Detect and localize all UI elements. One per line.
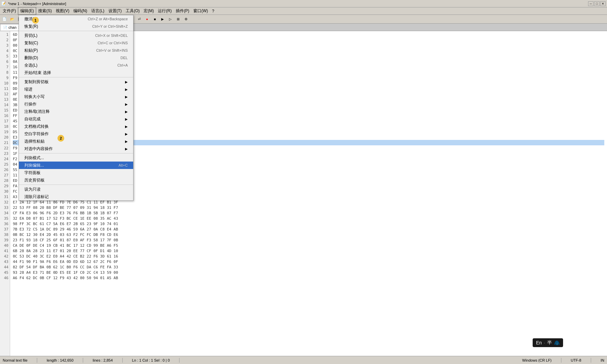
line-number: 37 [0, 226, 10, 232]
menu-item-22[interactable]: 列块编辑...Alt+C [19, 162, 133, 169]
menu-item-21[interactable]: 列块模式... [19, 154, 133, 162]
line-numbers: 1234567891011121314151617181920212223242… [0, 31, 10, 356]
line-number: 6 [0, 59, 10, 64]
line-number: 5 [0, 53, 10, 59]
code-line: 93 28 A4 E3 71 BE 0D E5 EE 1F C0 2C C4 1… [13, 270, 604, 275]
line-number: 11 [0, 86, 10, 91]
tab-icon: 📄 [3, 26, 7, 29]
menu-item-12[interactable]: 转换大小写▶ [19, 93, 133, 100]
menu-encoding[interactable]: 编码(N) [71, 7, 89, 15]
menu-item-18[interactable]: 选择性粘贴▶ [19, 138, 133, 145]
line-number: 26 [0, 167, 10, 172]
ime-indicator[interactable]: En · 半 🧥 [533, 338, 563, 347]
statusbar: Normal text file length : 142,650 lines … [0, 356, 607, 364]
code-line: 44 F1 90 F1 9A F6 E6 EA 0D ED 6D 12 67 2… [13, 259, 604, 264]
status-position: Ln : 1 Col : 1 Sel : 0 | 0 [132, 358, 170, 362]
toolbar-new[interactable]: 📄 [1, 16, 8, 23]
line-number: 16 [0, 113, 10, 118]
toolbar-macro-stop[interactable]: ■ [151, 16, 159, 23]
status-lines: lines : 2,854 [93, 358, 113, 362]
menu-separator [19, 77, 133, 77]
line-number: 42 [0, 253, 10, 259]
toolbar-macro-run[interactable]: ▷ [167, 16, 174, 23]
menu-item-5[interactable]: 粘贴(P)Ctrl+V or Shift+INS [19, 47, 133, 54]
toolbar-macro-play[interactable]: ▶ [159, 16, 166, 23]
line-number: 43 [0, 259, 10, 264]
menu-item-15[interactable]: 自动完成▶ [19, 115, 133, 123]
code-line: 32 EA D8 07 B1 17 52 F3 BC CE 1E EE 08 3… [13, 216, 604, 221]
line-number: 30 [0, 189, 10, 194]
menu-item-label: 全选(L) [24, 63, 111, 68]
menu-item-label: 缩进 [24, 87, 122, 92]
menu-item-arrow: ▶ [125, 88, 128, 91]
menu-item-shortcut: Alt+C [119, 163, 128, 167]
line-number: 39 [0, 237, 10, 243]
status-sep5 [561, 358, 561, 363]
menu-file[interactable]: 文件(F) [1, 7, 18, 15]
line-number: 8 [0, 70, 10, 75]
menu-macro[interactable]: 宏(M) [142, 7, 156, 15]
menu-edit[interactable]: 编辑(E) [18, 7, 36, 15]
toolbar-wrap[interactable]: ⏎ [136, 16, 143, 23]
menu-help[interactable]: ? [210, 8, 216, 14]
line-number: 12 [0, 91, 10, 97]
menu-language[interactable]: 语言(L) [89, 7, 106, 15]
menu-item-6[interactable]: 删除(D)DEL [19, 54, 133, 62]
menu-item-label: 粘贴(P) [24, 48, 89, 53]
menu-item-8[interactable]: 开始/结束 选择 [19, 69, 133, 76]
menu-item-10[interactable]: 复制到剪切板▶ [19, 78, 133, 86]
line-number: 25 [0, 162, 10, 167]
menu-item-24[interactable]: 历史剪切板 [19, 176, 133, 184]
line-number: 4 [0, 48, 10, 53]
menu-item-3[interactable]: 剪切(L)Ctrl+X or Shift+DEL [19, 32, 133, 39]
menu-item-label: 复制到剪切板 [24, 79, 122, 85]
line-number: 13 [0, 97, 10, 102]
menu-plugins[interactable]: 插件(P) [174, 7, 191, 15]
menu-item-7[interactable]: 全选(L)Ctrl+A [19, 62, 133, 69]
menu-item-26[interactable]: 设为只读 [19, 186, 133, 193]
ime-half: 半 [547, 340, 552, 346]
status-sep3 [122, 358, 123, 363]
menu-item-arrow: ▶ [125, 147, 128, 151]
menu-item-14[interactable]: 注释/取消注释▶ [19, 108, 133, 115]
menu-item-arrow: ▶ [125, 110, 128, 114]
toolbar-open[interactable]: 📂 [8, 16, 16, 23]
menu-item-4[interactable]: 复制(C)Ctrl+C or Ctrl+INS [19, 39, 133, 47]
menu-item-16[interactable]: 文档格式转换▶ [19, 123, 133, 130]
menu-item-arrow: ▶ [125, 80, 128, 84]
edit-dropdown-menu: 撤消(U)Ctrl+Z or Alt+Backspace恢复(R)Ctrl+Y … [19, 15, 133, 201]
menu-search[interactable]: 搜索(S) [36, 7, 54, 15]
menu-item-23[interactable]: 字符面板 [19, 169, 133, 176]
tab-label: chan [8, 25, 17, 29]
code-line: 6B 28 8A 28 23 11 E7 01 20 EE 77 CF 0F D… [13, 248, 604, 253]
menu-item-label: 注释/取消注释 [24, 109, 122, 115]
restore-button[interactable]: □ [594, 1, 600, 6]
line-number: 32 [0, 199, 10, 205]
close-button[interactable]: ✕ [600, 1, 606, 6]
menu-item-27[interactable]: 清除只读标记 [19, 193, 133, 200]
menu-item-label: 删除(D) [24, 55, 114, 61]
line-number: 29 [0, 183, 10, 189]
menu-item-label: 设为只读 [24, 187, 128, 192]
menu-item-11[interactable]: 缩进▶ [19, 86, 133, 93]
menu-run[interactable]: 运行(R) [156, 7, 174, 15]
menu-item-arrow: ▶ [125, 117, 128, 121]
menu-settings[interactable]: 设置(T) [106, 7, 124, 15]
menu-item-19[interactable]: 对选中内容操作▶ [19, 145, 133, 152]
menu-item-17[interactable]: 空白字符操作▶ [19, 130, 133, 138]
menu-item-shortcut: Ctrl+A [117, 63, 128, 67]
badge-1: 1 [32, 17, 39, 24]
menu-item-arrow: ▶ [125, 102, 128, 106]
menu-tools[interactable]: 工具(O) [124, 7, 142, 15]
status-sep1 [37, 358, 37, 363]
menu-item-shortcut: Ctrl+Z or Alt+Backspace [88, 17, 128, 21]
menu-item-13[interactable]: 行操作▶ [19, 100, 133, 108]
toolbar-settings[interactable]: ⚙ [182, 16, 190, 23]
menu-view[interactable]: 视图(V) [54, 7, 71, 15]
toolbar-macro-save[interactable]: ⊞ [174, 16, 182, 23]
menu-item-1[interactable]: 恢复(R)Ctrl+Y or Ctrl+Shift+Z [19, 23, 133, 30]
minimize-button[interactable]: ─ [588, 1, 593, 6]
code-line: 7B E3 72 C5 1A DC 89 29 46 59 6A 27 0A C… [13, 226, 604, 232]
menu-window[interactable]: 窗口(W) [191, 7, 210, 15]
toolbar-macro-rec[interactable]: ● [143, 16, 151, 23]
